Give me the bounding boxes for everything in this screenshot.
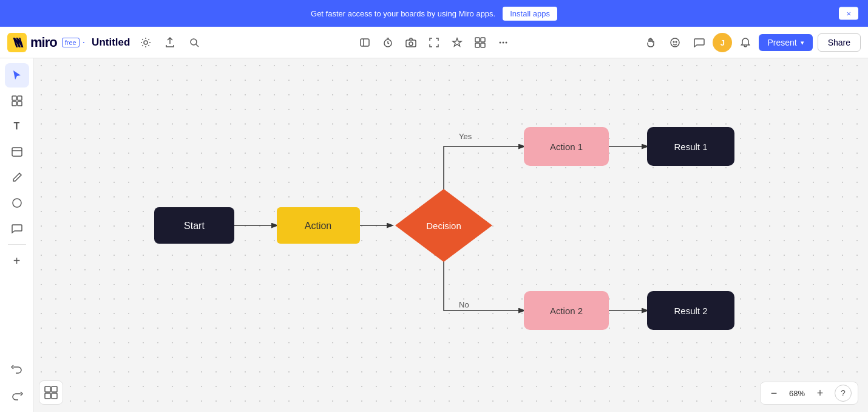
cursor-tool-button[interactable] xyxy=(5,63,29,88)
timer-button[interactable] xyxy=(377,32,399,53)
result1-label: Result 1 xyxy=(674,142,707,152)
svg-rect-22 xyxy=(12,148,22,156)
hand-tool-button[interactable] xyxy=(640,32,662,53)
comment-tool-button[interactable] xyxy=(5,216,29,241)
cursor-icon xyxy=(11,69,23,81)
svg-rect-10 xyxy=(475,43,480,47)
help-icon: ? xyxy=(841,388,846,398)
decision-label: Decision xyxy=(426,221,461,231)
present-arrow-icon: ▾ xyxy=(801,39,804,47)
sticky-icon xyxy=(11,146,23,158)
install-apps-button[interactable]: Install apps xyxy=(503,7,557,21)
board-view-icon xyxy=(475,37,486,48)
board-view-button[interactable] xyxy=(469,32,491,53)
add-icon: + xyxy=(13,254,21,268)
right-toolbar: J Present ▾ Share xyxy=(632,27,868,58)
share-button[interactable]: Share xyxy=(818,33,861,52)
present-button[interactable]: Present ▾ xyxy=(759,34,812,51)
svg-rect-34 xyxy=(52,393,57,399)
svg-rect-20 xyxy=(12,101,16,106)
svg-text:Yes: Yes xyxy=(459,132,472,141)
pen-tool-button[interactable] xyxy=(5,165,29,190)
svg-rect-32 xyxy=(52,386,57,392)
canvas-area[interactable]: Yes No Start Action Decision Action 1 Re… xyxy=(34,58,868,412)
present-label: Present xyxy=(767,38,796,47)
svg-rect-19 xyxy=(18,96,22,100)
svg-rect-3 xyxy=(361,39,369,46)
more-tools-button[interactable] xyxy=(492,32,514,53)
settings-icon xyxy=(140,36,152,49)
camera-button[interactable] xyxy=(400,32,422,53)
template-icon xyxy=(11,95,23,107)
result2-label: Result 2 xyxy=(674,306,707,316)
zoom-out-button[interactable]: − xyxy=(767,386,781,400)
minus-icon: − xyxy=(771,387,778,400)
export-icon xyxy=(164,36,176,49)
svg-point-13 xyxy=(503,42,504,44)
logo-text: miro xyxy=(30,35,57,50)
svg-rect-21 xyxy=(18,101,22,106)
zoom-in-button[interactable]: + xyxy=(813,386,827,400)
svg-text:No: No xyxy=(459,300,469,309)
hide-panel-icon xyxy=(359,37,370,48)
redo-button[interactable] xyxy=(5,383,29,407)
camera-icon xyxy=(405,37,416,48)
svg-point-15 xyxy=(671,38,679,47)
pen-icon xyxy=(11,171,23,184)
svg-rect-33 xyxy=(45,393,50,399)
comments-icon xyxy=(694,37,705,48)
search-button[interactable] xyxy=(183,32,205,53)
redo-icon xyxy=(11,389,23,401)
user-avatar-button[interactable]: J xyxy=(713,33,732,52)
reactions-button[interactable] xyxy=(664,32,686,53)
sidebar-separator xyxy=(8,244,26,245)
sticky-note-button[interactable] xyxy=(5,140,29,164)
text-icon: T xyxy=(14,121,20,132)
svg-point-2 xyxy=(191,39,197,45)
svg-point-1 xyxy=(144,41,147,44)
help-button[interactable]: ? xyxy=(835,385,852,402)
miro-logo-icon xyxy=(7,33,27,52)
comment-icon xyxy=(11,222,23,235)
add-tool-button[interactable]: + xyxy=(5,249,29,273)
notifications-button[interactable] xyxy=(734,32,756,53)
fullscreen-icon xyxy=(429,37,439,48)
timer-icon xyxy=(382,37,393,48)
bell-icon xyxy=(740,37,751,48)
vote-button[interactable] xyxy=(446,32,468,53)
svg-point-14 xyxy=(506,42,507,44)
svg-point-17 xyxy=(676,41,677,43)
svg-rect-18 xyxy=(12,96,16,100)
svg-point-7 xyxy=(409,42,413,46)
left-sidebar: T + xyxy=(0,58,34,412)
svg-rect-9 xyxy=(481,38,485,42)
hand-icon xyxy=(645,37,656,48)
template-button[interactable] xyxy=(5,89,29,113)
settings-button[interactable] xyxy=(135,32,157,53)
minimap-button[interactable] xyxy=(39,380,63,405)
export-button[interactable] xyxy=(159,32,181,53)
shape-tool-button[interactable] xyxy=(5,191,29,215)
comments-button[interactable] xyxy=(688,32,710,53)
action2-label: Action 2 xyxy=(550,306,583,316)
more-tools-icon xyxy=(498,37,509,48)
svg-rect-8 xyxy=(475,38,480,42)
undo-button[interactable] xyxy=(5,356,29,380)
notif-text: Get faster access to your boards by usin… xyxy=(311,9,495,18)
svg-rect-11 xyxy=(481,43,485,47)
board-title[interactable]: Untitled xyxy=(92,36,130,49)
notification-bar: Get faster access to your boards by usin… xyxy=(0,0,868,27)
reactions-icon xyxy=(670,37,680,48)
text-tool-button[interactable]: T xyxy=(5,114,29,139)
start-label: Start xyxy=(184,221,205,231)
plus-icon: + xyxy=(817,387,824,400)
avatar-initials: J xyxy=(721,38,725,47)
logo: miro free • xyxy=(7,33,84,52)
zoom-controls: − 68% + ? xyxy=(760,382,858,405)
svg-point-12 xyxy=(500,42,501,44)
svg-point-24 xyxy=(13,199,21,207)
svg-point-16 xyxy=(674,41,675,43)
hide-panel-button[interactable] xyxy=(354,32,376,53)
notif-close-button[interactable]: × xyxy=(839,7,858,20)
fullscreen-button[interactable] xyxy=(423,32,445,53)
